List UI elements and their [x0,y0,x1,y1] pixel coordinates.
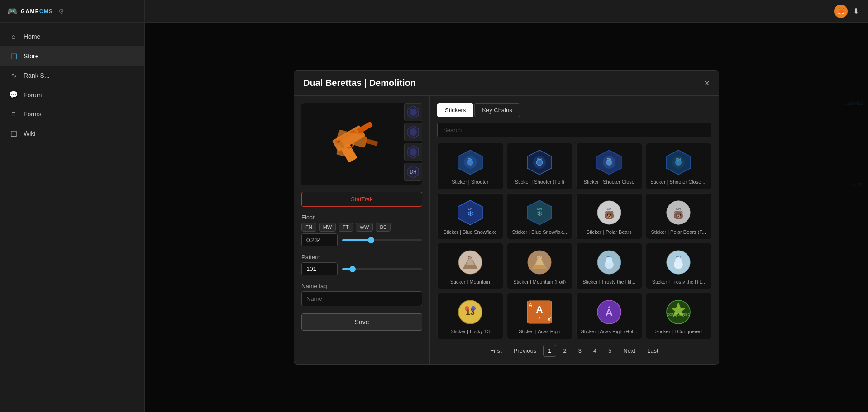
sticker-img-5: DH ❄ [452,199,488,226]
svg-text:♠: ♠ [608,304,610,309]
float-badge-ww[interactable]: WW [356,223,373,232]
sticker-img-11: DH [591,249,627,276]
sidebar-nav: ⌂ Home ◫ Store ∿ Rank S... 💬 Forum ≡ For… [0,23,144,147]
pagination-prev[interactable]: Previous [509,345,542,357]
svg-text:A: A [536,304,543,315]
sticker-card-mountain-foil[interactable]: DH Sticker | Mountain (Foil) [507,243,573,289]
brand-text: GAMECMS [21,9,53,14]
sticker-img-12: DH [660,249,696,276]
right-panel: Stickers Key Chains [430,96,719,364]
float-badge-ft[interactable]: FT [339,223,353,232]
pagination-page-4[interactable]: 4 [588,345,601,357]
svg-text:♠: ♠ [539,315,541,320]
user-avatar[interactable]: 🦊 [834,5,848,18]
forms-icon: ≡ [9,110,18,118]
brand-icon: 🎮 [7,6,17,16]
svg-point-13 [410,148,417,156]
sticker-name-4: Sticker | Shooter Close ... [650,179,707,185]
rankshop-icon: ∿ [9,71,18,80]
sticker-card-mountain[interactable]: DH Sticker | Mountain [437,243,503,289]
pagination-next[interactable]: Next [618,345,640,357]
sticker-card-lucky-13[interactable]: 13 Sticker | Lucky 13 [437,293,503,339]
sticker-card-shooter-close-foil[interactable]: DH Sticker | Shooter Close ... [646,143,712,189]
sticker-card-shooter-close[interactable]: DH Sticker | Shooter Close [576,143,642,189]
modal-close-button[interactable]: × [704,79,710,88]
sticker-img-7: DH 🐻 [591,199,627,226]
wiki-icon: ◫ [9,129,18,137]
stattrak-button[interactable]: StatTrak [301,192,422,207]
sticker-card-shooter[interactable]: DH Sticker | Shooter [437,143,503,189]
nametag-input[interactable] [301,291,422,306]
modal: Dual Berettas | Demolition × [294,70,719,364]
sticker-name-2: Sticker | Shooter (Foil) [515,179,564,185]
sticker-slot-1[interactable] [404,103,422,121]
sticker-img-6: DH ❄ [521,199,558,226]
sticker-slot-3[interactable] [404,143,422,161]
sticker-card-shooter-foil[interactable]: DH Sticker | Shooter (Foil) [507,143,573,189]
modal-header: Dual Berettas | Demolition × [294,71,719,96]
float-value-input[interactable]: 0.234 [301,233,338,246]
float-label: Float [301,214,422,221]
pagination-first[interactable]: First [485,345,506,357]
sidebar-item-forms[interactable]: ≡ Forms [0,104,144,123]
sticker-slot-4[interactable]: DH [404,163,422,181]
pagination-page-1[interactable]: 1 [543,345,556,357]
sidebar-item-store[interactable]: ◫ Store [0,46,144,66]
svg-point-9 [410,109,417,116]
forum-icon: 💬 [9,90,18,99]
svg-text:DH: DH [410,170,416,175]
float-badge-mw[interactable]: MW [319,223,336,232]
sticker-card-polar-bears[interactable]: DH 🐻 Sticker | Polar Bears [576,193,642,239]
store-icon: ◫ [9,52,18,60]
svg-text:🐻: 🐻 [604,210,615,220]
svg-text:A: A [548,317,551,322]
tab-stickers[interactable]: Stickers [437,103,473,117]
pagination-last[interactable]: Last [642,345,663,357]
sticker-card-polar-bears-foil[interactable]: DH 🐻 Sticker | Polar Bears (F... [646,193,712,239]
sticker-name-3: Sticker | Shooter Close [584,179,634,185]
svg-text:DH: DH [607,207,611,210]
sticker-img-8: DH 🐻 [660,199,696,226]
pagination-page-5[interactable]: 5 [603,345,616,357]
pattern-slider-container: 101 [301,262,422,275]
sticker-card-aces-high[interactable]: A A A ♠ Sticker | Aces High [507,293,573,339]
sticker-img-15: A ♠ [591,298,627,326]
sticker-name-16: Sticker | I Conquered [655,328,702,335]
svg-point-61 [675,257,682,263]
pattern-slider[interactable] [342,268,422,270]
svg-text:A: A [529,303,532,308]
sticker-card-aces-high-holo[interactable]: A ♠ Sticker | Aces High (Hol... [576,293,642,339]
download-icon[interactable]: ⬇ [853,7,859,15]
pagination-page-2[interactable]: 2 [558,345,571,357]
pattern-value-input[interactable]: 101 [301,262,338,275]
weapon-svg [313,108,386,180]
float-badge-fn[interactable]: FN [301,223,316,232]
sticker-card-frosty-2[interactable]: DH Sticker | Frosty the Hit... [646,243,712,289]
sidebar-item-home[interactable]: ⌂ Home [0,27,144,46]
sidebar-item-wiki[interactable]: ◫ Wiki [0,123,144,143]
sticker-name-7: Sticker | Polar Bears [587,229,632,235]
brand-settings-icon[interactable]: ⚙ [58,8,64,15]
pagination-page-3[interactable]: 3 [573,345,587,357]
sidebar-item-rankshop[interactable]: ∿ Rank S... [0,66,144,85]
sticker-card-blue-snowflake[interactable]: DH ❄ Sticker | Blue Snowflake [437,193,503,239]
float-badge-bs[interactable]: BS [376,223,391,232]
sticker-card-blue-snowflake-foil[interactable]: DH ❄ Sticker | Blue Snowflak... [507,193,573,239]
sticker-card-frosty-1[interactable]: DH Sticker | Frosty the Hit... [576,243,642,289]
sidebar-item-home-label: Home [24,33,40,40]
nametag-section: Name tag [301,283,422,306]
tab-keychains[interactable]: Key Chains [474,103,520,117]
sticker-search-input[interactable] [437,123,711,137]
sticker-img-13: 13 [452,298,488,326]
sidebar-item-forum[interactable]: 💬 Forum [0,85,144,104]
sidebar-item-store-label: Store [24,52,38,60]
weapon-image [301,103,397,185]
svg-text:❄: ❄ [467,210,473,218]
sticker-name-15: Sticker | Aces High (Hol... [581,328,637,335]
float-slider[interactable] [342,239,422,241]
save-button[interactable]: Save [301,313,422,331]
sticker-slot-2[interactable] [404,123,422,141]
sticker-img-1: DH [452,149,488,176]
sticker-name-14: Sticker | Aces High [519,328,560,335]
sticker-card-conquered[interactable]: I CONQUERED Sticker | I Conquered [646,293,712,339]
